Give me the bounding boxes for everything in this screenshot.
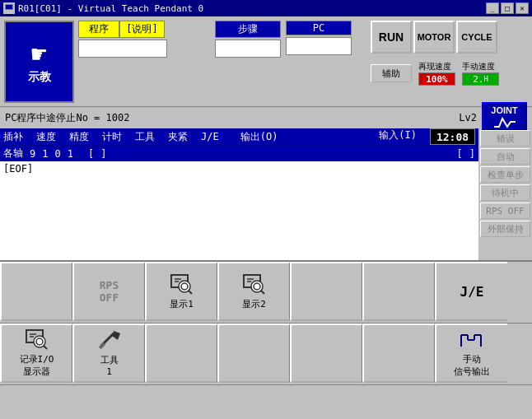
col-tool: 工具 <box>135 130 155 144</box>
auto-button[interactable]: 自动 <box>480 148 530 165</box>
bottom-toolbar: RPS OFF 显示1 <box>0 260 532 419</box>
speed-area: 再现速度 100% 手动速度 2. H <box>415 58 502 89</box>
step-input[interactable] <box>215 40 281 58</box>
manual-speed-block: 手动速度 2. H <box>462 61 499 86</box>
toolbar-row-2: 记录I/O显示器 工具1 <box>0 324 532 385</box>
row-clamp: [ <box>88 148 94 160</box>
col-interp: 插补 <box>3 130 23 144</box>
svg-point-10 <box>251 281 263 292</box>
record-io-icon <box>25 328 49 350</box>
step-label: 步骤 <box>215 21 281 38</box>
display2-button[interactable]: 显示2 <box>217 262 290 321</box>
main-content: ☛ 示教 程序 [说明] 步骤 <box>0 16 532 419</box>
minimize-button[interactable]: _ <box>486 2 499 14</box>
display2-label: 显示2 <box>242 298 266 310</box>
row-tool: 1 <box>68 148 73 160</box>
title-bar: R01[C01] - Virtual Teach Pendant 0 _ □ ✕ <box>0 0 532 16</box>
toolbar-empty-4 <box>145 324 217 383</box>
row-clamp2: ] <box>100 148 106 160</box>
replay-speed-label: 再现速度 <box>418 61 451 72</box>
col-speed: 速度 <box>36 130 56 144</box>
row-input2: ] <box>469 148 475 160</box>
aux-button[interactable]: 辅助 <box>371 64 412 82</box>
col-clamp: 夹紧 <box>168 130 188 144</box>
tool-icon <box>97 329 122 351</box>
external-hold-button[interactable]: 外部保持 <box>480 221 530 237</box>
record-io-button[interactable]: 记录I/O显示器 <box>0 324 72 383</box>
top-section: ☛ 示教 程序 [说明] 步骤 <box>0 16 532 107</box>
toolbar-empty-7 <box>362 324 435 383</box>
toolbar-row-1: RPS OFF 显示1 <box>0 262 532 324</box>
display2-icon <box>242 273 267 295</box>
svg-point-4 <box>179 281 190 292</box>
col-je: J/E <box>201 131 219 142</box>
run-top-buttons: RUN MOTOR CYCLE <box>367 16 532 58</box>
svg-line-18 <box>44 346 47 349</box>
app-icon <box>3 2 15 14</box>
right-sidebar: 错误 自动 检查单步 待机中 RPS OFF 外部保持 <box>478 128 532 260</box>
svg-line-12 <box>261 291 264 294</box>
table-data-row: 各轴 9 1 0 1 [ ] [ ] <box>0 145 478 161</box>
standby-button[interactable]: 待机中 <box>480 184 530 201</box>
motor-button[interactable]: MOTOR <box>413 21 455 54</box>
row-input: [ <box>457 148 463 160</box>
pc-label: PC <box>286 21 352 35</box>
teach-button[interactable]: ☛ 示教 <box>4 21 74 103</box>
program-row-1: 程序 [说明] 步骤 PC <box>78 21 363 58</box>
col-precision: 精度 <box>69 130 89 144</box>
display1-button[interactable]: 显示1 <box>145 262 217 321</box>
error-button[interactable]: 错误 <box>480 130 530 147</box>
run-area: RUN MOTOR CYCLE 辅助 再现速度 100% 手动速度 <box>367 16 532 106</box>
program-field: 程序 [说明] <box>78 21 210 58</box>
time-display: 12:08 <box>430 128 475 145</box>
display1-label: 显示1 <box>170 298 194 310</box>
close-button[interactable]: ✕ <box>516 2 529 14</box>
signal-output-label: 手动信号输出 <box>454 353 490 378</box>
tool1-button[interactable]: 工具1 <box>72 324 145 383</box>
check-step-button[interactable]: 检查单步 <box>480 166 530 183</box>
row-timer: 0 <box>54 148 60 160</box>
replay-speed-block: 再现速度 100% <box>418 61 455 86</box>
pc-input[interactable] <box>286 37 352 55</box>
svg-point-16 <box>34 336 45 347</box>
signal-icon <box>460 328 484 350</box>
eof-marker: [EOF] <box>3 163 33 175</box>
record-io-label: 记录I/O显示器 <box>20 353 54 378</box>
table-content: [EOF] <box>0 161 478 260</box>
status-line: PC程序中途停止No = 1002 Lv2 JOINT <box>0 107 532 128</box>
run-button[interactable]: RUN <box>371 21 412 54</box>
manual-speed-value: 2. H <box>462 72 499 86</box>
tool1-label: 工具1 <box>100 354 119 377</box>
toolbar-empty-6 <box>290 324 362 383</box>
svg-marker-22 <box>112 331 120 340</box>
middle-section: 插补 速度 精度 计时 工具 夹紧 J/E 输出(O) 输入(I) 12:08 … <box>0 128 532 260</box>
rps-off-button[interactable]: RPS OFF <box>480 203 530 219</box>
manual-speed-label: 手动速度 <box>462 61 495 72</box>
je-button[interactable]: J/E <box>435 262 507 321</box>
display1-icon <box>170 273 194 295</box>
svg-rect-2 <box>6 5 12 9</box>
row-interp: 各轴 <box>3 147 23 161</box>
col-timer: 计时 <box>102 130 122 144</box>
program-input[interactable] <box>78 40 167 58</box>
hand-icon: ☛ <box>31 39 47 70</box>
toolbar-empty-3 <box>362 262 435 321</box>
signal-output-button[interactable]: 手动信号输出 <box>435 324 507 383</box>
cycle-button[interactable]: CYCLE <box>456 21 497 54</box>
teach-label: 示教 <box>28 70 51 85</box>
rps-off-toolbar-button[interactable]: RPS OFF <box>72 262 145 321</box>
je-label: J/E <box>460 284 484 300</box>
program-sublabel: [说明] <box>119 21 165 38</box>
replay-speed-value: 100% <box>418 72 455 86</box>
col-output: 输出(O) <box>240 130 278 144</box>
maximize-button[interactable]: □ <box>501 2 514 14</box>
window-title: R01[C01] - Virtual Teach Pendant 0 <box>18 3 203 14</box>
toolbar-empty-2 <box>290 262 362 321</box>
aux-row: 辅助 再现速度 100% 手动速度 2. H <box>367 58 532 89</box>
toolbar-empty-1 <box>0 262 72 321</box>
svg-line-6 <box>189 291 192 294</box>
status-message: PC程序中途停止No = 1002 <box>5 111 129 125</box>
row-precision: 1 <box>42 148 48 160</box>
program-label: 程序 <box>78 21 119 38</box>
program-area: 程序 [说明] 步骤 PC <box>78 16 367 106</box>
